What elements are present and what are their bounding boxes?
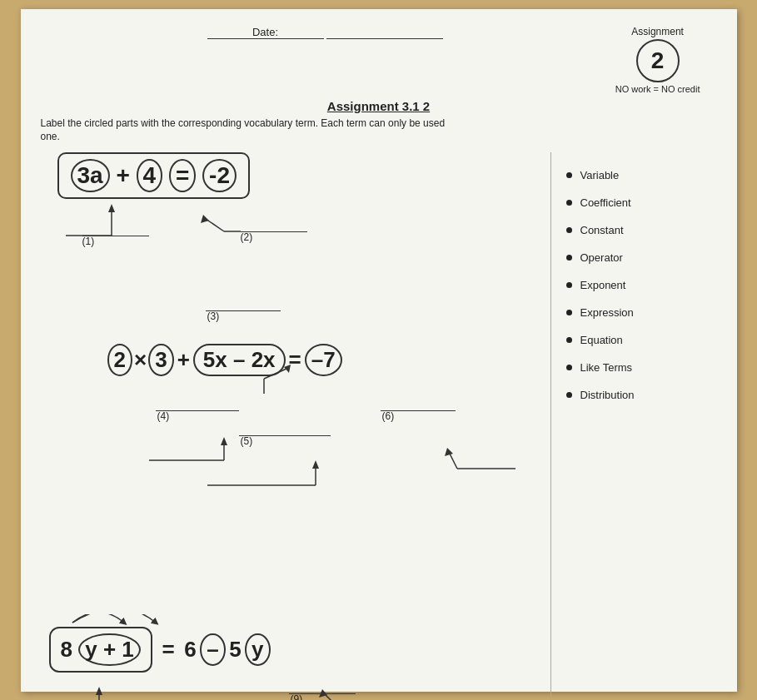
svg-marker-5 (201, 215, 209, 223)
eq1-3a: 3a (71, 159, 110, 192)
bullet-equation (566, 337, 572, 343)
eq2-neg7: –7 (305, 344, 342, 376)
vocab-operator: Operator (566, 251, 717, 264)
svg-marker-20 (96, 687, 102, 695)
vocab-expression: Expression (566, 306, 717, 319)
bullet-expression (566, 310, 572, 315)
vocab-coefficient-label: Coefficient (580, 196, 631, 209)
main-content: 3a + 4 = -2 (1) (2) 2 (41, 152, 717, 700)
bullet-coefficient (566, 200, 572, 206)
label-4: (4) (157, 410, 170, 422)
vocab-operator-label: Operator (580, 251, 623, 264)
eq2-2: 2 (107, 344, 132, 376)
eq1-equals: = (169, 159, 196, 192)
vocab-constant: Constant (566, 224, 717, 236)
date-area: Date: (41, 26, 444, 39)
no-work-label: NO work = NO credit (615, 84, 700, 94)
eq2-3-exponent: 3 (148, 344, 173, 376)
vocab-constant-label: Constant (580, 224, 624, 236)
assignment-badge: Assignment 2 NO work = NO credit (615, 26, 700, 94)
date-label: Date: (207, 26, 324, 39)
svg-marker-1 (108, 204, 115, 212)
eq3-y-plus-1: y + 1 (78, 633, 141, 666)
vocab-like-terms-label: Like Terms (580, 361, 633, 374)
label-2: (2) (241, 231, 253, 243)
eq3-equals: = (156, 637, 181, 662)
instructions-text: Label the circled parts with the corresp… (41, 117, 457, 145)
vocab-coefficient: Coefficient (566, 196, 717, 209)
vocab-like-terms: Like Terms (566, 361, 717, 374)
vocab-variable: Variable (566, 169, 717, 181)
bullet-variable (566, 172, 572, 178)
label-9: (9) (291, 693, 303, 700)
svg-marker-11 (221, 437, 227, 445)
vocab-exponent-label: Exponent (580, 279, 626, 291)
date-line: Date: (207, 26, 444, 39)
equation2-section: 2 × 3 + 5x – 2x = –7 (3) (4) (107, 344, 342, 376)
vocab-expression-label: Expression (580, 306, 634, 319)
vocab-equation-label: Equation (580, 334, 623, 346)
arrows-svg (41, 152, 550, 700)
eq3-paren-open (72, 637, 78, 663)
eq2-5x-2x: 5x – 2x (193, 344, 286, 376)
equation1-section: 3a + 4 = -2 (1) (2) (57, 152, 250, 199)
left-panel: 3a + 4 = -2 (1) (2) 2 (41, 152, 550, 700)
label-1: (1) (82, 236, 95, 247)
svg-line-4 (206, 219, 224, 231)
equation3-section: 8 y + 1 = 6 – 5 y (7) (8) (9) (49, 627, 271, 673)
vocab-equation: Equation (566, 334, 717, 346)
vocab-exponent: Exponent (566, 279, 717, 291)
label-6: (6) (382, 410, 395, 422)
right-panel: Variable Coefficient Constant Operator E… (550, 152, 717, 700)
header-area: Date: Assignment 2 NO work = NO credit (41, 26, 717, 94)
vocab-distribution-label: Distribution (580, 389, 635, 401)
eq3-8: 8 (61, 637, 72, 663)
vocab-distribution: Distribution (566, 389, 717, 401)
page-title: Assignment 3.1 2 (41, 99, 717, 113)
date-underline (326, 26, 443, 39)
vocab-variable-label: Variable (580, 169, 620, 181)
eq3-5: 5 (229, 637, 241, 662)
label-5: (5) (241, 435, 253, 447)
assignment-number: 2 (636, 39, 680, 82)
svg-marker-17 (445, 448, 453, 456)
svg-line-24 (324, 693, 341, 700)
label-3: (3) (207, 310, 220, 322)
svg-line-15 (449, 452, 457, 469)
bullet-exponent (566, 282, 572, 288)
bullet-operator (566, 255, 572, 261)
assignment-label: Assignment (615, 26, 700, 37)
eq3-minus: – (200, 633, 225, 666)
eq1-neg2: -2 (202, 159, 237, 192)
bullet-constant (566, 227, 572, 233)
bullet-like-terms (566, 365, 572, 370)
svg-marker-14 (312, 460, 319, 469)
paper: Date: Assignment 2 NO work = NO credit A… (21, 9, 737, 692)
eq3-y: y (245, 633, 270, 666)
equation1-box: 3a + 4 = -2 (57, 152, 250, 199)
bullet-distribution (566, 392, 572, 398)
eq1-4: 4 (137, 159, 163, 192)
eq3-6: 6 (184, 637, 196, 662)
